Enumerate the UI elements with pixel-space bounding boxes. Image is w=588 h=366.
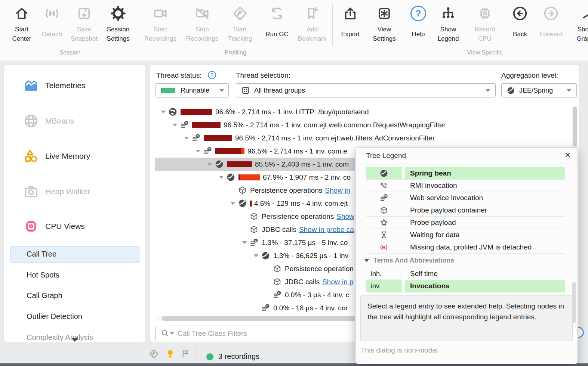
probe-container-cube-icon — [237, 186, 247, 195]
node-text: 96.5% - 2,714 ms - 1 inv. com.e — [247, 147, 347, 155]
tracking-status-icon[interactable] — [149, 349, 159, 359]
collapse-arrow-icon — [364, 259, 369, 262]
back-button[interactable]: Back — [505, 2, 535, 51]
expanded-arrow-icon[interactable] — [219, 176, 224, 179]
add-bookmark-button: Add Bookmark — [294, 2, 330, 51]
node-text: Persistence operations — [262, 213, 334, 221]
legend-table: Spring bean RMI invocation W Web service… — [366, 167, 565, 254]
toolbar-separator — [332, 4, 333, 46]
thread-status-dropdown[interactable]: Runnable — [156, 83, 229, 97]
detach-button: Detach — [37, 2, 67, 51]
toolbar-separator — [259, 4, 259, 46]
run-gc-button[interactable]: Run GC — [261, 2, 293, 51]
spring-bean-icon — [214, 159, 224, 169]
expanded-arrow-icon[interactable] — [184, 137, 189, 140]
expanded-arrow-icon[interactable] — [254, 254, 258, 257]
spring-bean-icon — [226, 173, 235, 182]
time-bar — [181, 109, 212, 115]
show-in-probe-link[interactable]: Show — [336, 213, 354, 221]
bookmark-plus-icon — [304, 4, 320, 23]
expanded-arrow-icon[interactable] — [231, 202, 235, 205]
legend-row-probe-payload[interactable]: Probe payload — [366, 217, 565, 229]
show-in-probe-link[interactable]: Show in — [325, 186, 350, 195]
sidebar-scroll-more-indicator[interactable] — [71, 338, 78, 342]
legend-help-text: Select a legend entry to see extended he… — [360, 295, 573, 341]
terms-table: inh. Self time inv. Invocations — [366, 268, 565, 292]
sidebar-item-telemetries[interactable]: Telemetries — [4, 75, 145, 96]
time-bar — [250, 201, 252, 207]
start-tracking-button: Start Tracking — [223, 2, 257, 51]
sidebar-item-live-memory[interactable]: Live Memory — [4, 146, 145, 167]
flag-icon[interactable] — [181, 349, 191, 359]
snapshot-icon — [76, 4, 92, 23]
expanded-arrow-icon[interactable] — [196, 150, 200, 153]
expanded-arrow-icon[interactable] — [207, 163, 212, 166]
sidebar-item-hot-spots[interactable]: Hot Spots — [27, 271, 59, 279]
legend-row-spring-bean[interactable]: Spring bean — [366, 167, 565, 180]
sidebar-item-mbeans: MBeans — [4, 111, 145, 131]
thread-selection-dropdown[interactable]: All thread groups — [236, 83, 496, 97]
forward-button: Forward — [535, 2, 567, 51]
term-row-inv[interactable]: inv. Invocations — [366, 280, 565, 292]
node-text: JDBC calls — [285, 278, 320, 286]
svg-text:E: E — [255, 239, 256, 242]
expanded-arrow-icon[interactable] — [173, 124, 177, 127]
show-legend-button[interactable]: Show Legend — [431, 2, 465, 51]
sidebar-item-call-graph[interactable]: Call Graph — [27, 291, 62, 300]
graph-nodes-icon — [578, 4, 588, 23]
legend-row-waiting[interactable]: Waiting for data — [366, 229, 565, 241]
node-text: 1.3% - 36,625 µs - 1 inv — [273, 252, 348, 260]
start-center-button[interactable]: Start Center — [6, 2, 37, 51]
sidebar-item-cpu-views[interactable]: CPU Views — [4, 216, 145, 237]
cpu-chip-icon — [477, 4, 493, 23]
dialog-scrollbar[interactable] — [572, 282, 576, 323]
call-tree-row[interactable]: S 96.5% - 2,714 ms - 1 inv. com.ejt.web.… — [155, 118, 578, 131]
svg-text:S: S — [185, 121, 187, 125]
sidebar-item-complexity-analysis[interactable]: Complexity Analysis — [27, 333, 93, 342]
legend-row-rmi[interactable]: RMI invocation — [366, 180, 565, 192]
help-button[interactable]: ? Help — [406, 2, 431, 51]
view-settings-button[interactable]: View Settings — [366, 2, 402, 51]
node-text: 1.3% - 37,175 µs - 5 inv. co — [262, 239, 348, 247]
show-in-probe-link[interactable]: Show in p — [322, 278, 353, 286]
recording-status-dot — [206, 353, 213, 360]
node-text: 4.6% - 129 ms - 4 inv. com.ejt — [254, 199, 348, 208]
lightbulb-icon[interactable] — [165, 349, 175, 359]
svg-text:S: S — [208, 148, 210, 151]
legend-row-web-service[interactable]: W Web service invocation — [366, 192, 565, 204]
node-text: Persistence operations — [250, 186, 322, 195]
call-tree-row[interactable]: S 96.5% - 2,714 ms - 1 inv. com.ejt.web.… — [155, 131, 578, 145]
time-bar — [227, 161, 252, 167]
time-bar — [192, 122, 221, 128]
legend-row-missing-data[interactable]: Missing data, profiled JVM is detached — [366, 241, 565, 254]
node-text: 67.9% - 1,907 ms - 2 inv. co — [263, 173, 351, 182]
term-row-inh[interactable]: inh. Self time — [366, 268, 565, 280]
legend-row-probe-container[interactable]: Probe payload container — [366, 204, 565, 217]
back-arrow-icon — [512, 4, 528, 23]
probe-container-cube-icon — [272, 264, 282, 274]
time-bar — [215, 148, 244, 154]
expanded-arrow-icon[interactable] — [242, 241, 247, 244]
thread-status-help-icon[interactable]: ? — [208, 71, 216, 79]
call-tree-row[interactable]: 96.6% - 2,714 ms - 1 inv. HTTP: /buy/quo… — [155, 105, 578, 118]
probe-container-cube-icon — [249, 212, 259, 221]
node-text: 0.0% - 3 µs - 4 inv. c — [285, 291, 349, 299]
close-icon[interactable]: ✕ — [564, 151, 571, 159]
sidebar-item-outlier-detection[interactable]: Outlier Detection — [27, 312, 82, 321]
rmi-phone-icon — [366, 180, 402, 192]
search-icon[interactable] — [161, 329, 174, 338]
show-graph-button[interactable]: Show Graph — [570, 2, 588, 51]
terms-section-header[interactable]: Terms And Abbreviations — [364, 257, 454, 264]
ejb-icon: E — [272, 290, 282, 300]
sidebar-item-call-tree[interactable]: Call Tree — [27, 250, 56, 258]
show-in-probe-link[interactable]: Show in probe ca — [299, 226, 354, 234]
expanded-arrow-icon[interactable] — [161, 111, 166, 114]
export-button[interactable]: Export — [335, 2, 366, 51]
aggregation-level-dropdown[interactable]: JEE/Spring — [501, 83, 577, 97]
toolbar-group-session: Session — [59, 49, 81, 56]
hourglass-icon — [366, 229, 402, 241]
record-cpu-button: Record CPU — [468, 2, 502, 51]
save-snapshot-button: Save Snapshot — [67, 2, 101, 51]
session-settings-button[interactable]: Session Settings — [100, 2, 136, 51]
recordings-count[interactable]: 3 recordings — [218, 352, 259, 361]
